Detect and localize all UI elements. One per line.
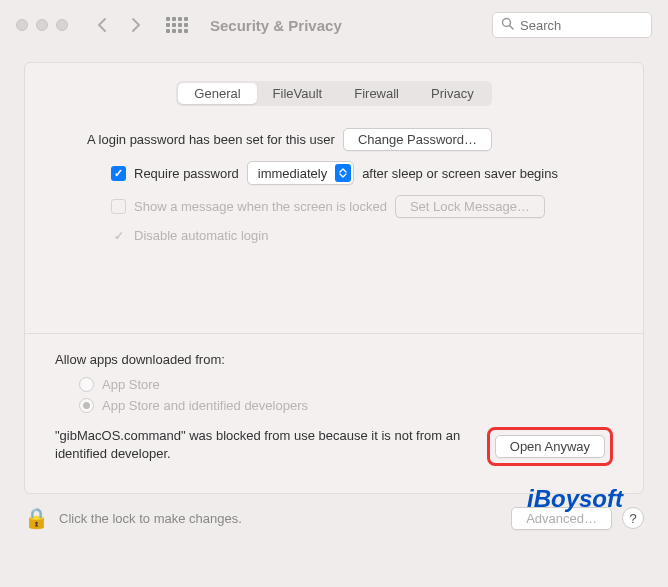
disable-auto-login-checkbox xyxy=(111,228,126,243)
open-anyway-button[interactable]: Open Anyway xyxy=(495,435,605,458)
forward-button[interactable] xyxy=(124,13,148,37)
change-password-button[interactable]: Change Password… xyxy=(343,128,492,151)
lock-hint-text: Click the lock to make changes. xyxy=(59,511,501,526)
login-section: A login password has been set for this u… xyxy=(55,128,613,243)
show-all-prefs-button[interactable] xyxy=(166,17,188,33)
radio-app-store-identified xyxy=(79,398,94,413)
close-window-button[interactable] xyxy=(16,19,28,31)
section-divider xyxy=(25,333,643,334)
dropdown-value: immediately xyxy=(258,166,327,181)
search-field[interactable] xyxy=(492,12,652,38)
tab-bar: General FileVault Firewall Privacy xyxy=(176,81,491,106)
open-anyway-highlight: Open Anyway xyxy=(487,427,613,466)
require-password-label: Require password xyxy=(134,166,239,181)
watermark: iBoysoft xyxy=(527,485,623,513)
help-button[interactable]: ? xyxy=(622,507,644,529)
zoom-window-button[interactable] xyxy=(56,19,68,31)
require-password-delay-dropdown[interactable]: immediately xyxy=(247,161,354,185)
tab-firewall[interactable]: Firewall xyxy=(338,83,415,104)
radio-app-store-label: App Store xyxy=(102,377,160,392)
content-pane: General FileVault Firewall Privacy A log… xyxy=(24,62,644,494)
traffic-lights xyxy=(16,19,68,31)
require-password-suffix: after sleep or screen saver begins xyxy=(362,166,558,181)
disable-auto-login-label: Disable automatic login xyxy=(134,228,268,243)
search-input[interactable] xyxy=(520,18,643,33)
back-button[interactable] xyxy=(90,13,114,37)
radio-app-store-identified-label: App Store and identified developers xyxy=(102,398,308,413)
tab-privacy[interactable]: Privacy xyxy=(415,83,490,104)
password-set-label: A login password has been set for this u… xyxy=(87,132,335,147)
window-toolbar: Security & Privacy xyxy=(0,0,668,50)
window-title: Security & Privacy xyxy=(210,17,482,34)
minimize-window-button[interactable] xyxy=(36,19,48,31)
allow-apps-section: Allow apps downloaded from: App Store Ap… xyxy=(55,352,613,466)
updown-icon xyxy=(335,164,351,182)
lock-icon[interactable]: 🔒 xyxy=(24,506,49,530)
blocked-app-message: "gibMacOS.command" was blocked from use … xyxy=(55,427,471,463)
allow-apps-heading: Allow apps downloaded from: xyxy=(55,352,613,367)
tab-filevault[interactable]: FileVault xyxy=(257,83,339,104)
search-icon xyxy=(501,17,514,33)
require-password-checkbox[interactable] xyxy=(111,166,126,181)
tab-general[interactable]: General xyxy=(178,83,256,104)
show-lock-message-checkbox xyxy=(111,199,126,214)
radio-app-store xyxy=(79,377,94,392)
show-lock-message-label: Show a message when the screen is locked xyxy=(134,199,387,214)
svg-line-1 xyxy=(510,26,514,30)
set-lock-message-button: Set Lock Message… xyxy=(395,195,545,218)
